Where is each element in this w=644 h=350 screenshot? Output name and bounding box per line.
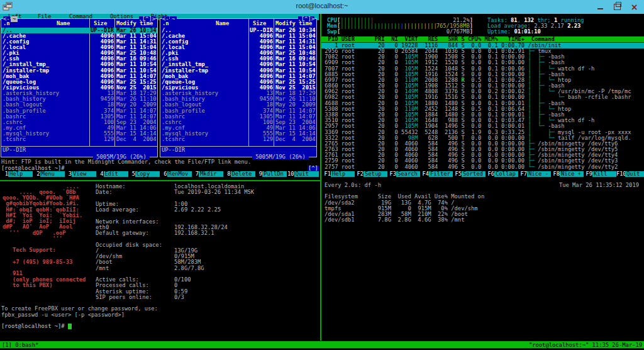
watch-timestamp: Tue Mar 26 11:35:12 2019 [559, 183, 639, 188]
panel-path[interactable]: ~ [11, 16, 18, 22]
pid-user: 2757 root 20 0 [321, 164, 398, 170]
fkey-quit[interactable]: 10Quit [287, 171, 319, 178]
fkey-sorted[interactable]: F5Sorted [453, 171, 486, 178]
summary-text: 2.23 [567, 23, 580, 29]
fkey-number: F2 [355, 171, 364, 178]
info-label: Date: [96, 189, 112, 195]
tmux-window-item[interactable]: [1] 0:bash* [2, 342, 38, 348]
watch-command-label: Every 2.0s: df -h [325, 183, 381, 188]
file-name: .mysql_history [3, 131, 89, 137]
fkey-mkdir[interactable]: 7Mkdir [192, 171, 224, 178]
column-header-name[interactable]: Name [57, 21, 70, 26]
fkey-number: 4 [97, 171, 104, 178]
close-button[interactable]: × [626, 0, 643, 14]
freepbx-footer-line2: fpbx_passwd -u <user> [-p <password>] [1, 312, 125, 318]
fkey-help[interactable]: 1Help [1, 171, 33, 178]
column-header-name[interactable]: Name [216, 21, 229, 26]
mc-left-panel[interactable]: <-~.[^]>.nNameSizeModify time/..UP--DIRM… [1, 18, 158, 157]
process-row[interactable]: 2757 root 20 0 4060 584 496 S 0.0 0.0 0:… [321, 164, 644, 170]
fkey-quit[interactable]: F10Quit [616, 171, 644, 178]
tmux-status-right: "root@localhost:~" 11:35 26-Mar-19 [529, 342, 642, 348]
fkey-view[interactable]: 3View [65, 171, 97, 178]
fkey-label: RenMov [167, 171, 192, 178]
fkey-nice[interactable]: F7Nice - [518, 171, 551, 178]
fkey-renmov[interactable]: 6RenMov [160, 171, 192, 178]
file-row[interactable]: .tcshrc129Dec 4 2004 [160, 137, 316, 142]
maximize-button[interactable] [609, 0, 626, 14]
column-header-mtime[interactable]: Modify time [116, 21, 153, 26]
meter-value: 0/767MB [447, 29, 470, 35]
panel-path[interactable]: ~ [170, 16, 177, 22]
fkey-label: Nice - [527, 171, 551, 178]
tree-branch: └─ [528, 164, 538, 170]
file-name: .bash_profile [162, 108, 248, 114]
fkey-edit[interactable]: 4Edit [97, 171, 129, 178]
file-name: .cshrc [3, 120, 89, 125]
file-name: /queue-log [162, 79, 248, 85]
file-name: /installer-tmp [3, 68, 89, 74]
uptime-line: Uptime: 01:01:10 [487, 29, 541, 35]
file-name: /moh_bak [3, 74, 89, 79]
meter-swp: Swp[0/767MB] [327, 29, 473, 35]
titlebar[interactable]: root@localhost:~ × [0, 0, 644, 14]
file-name: .tcshrc [162, 137, 248, 142]
panel-free-space: 5005M/19G (26%) [252, 154, 309, 160]
tmux-horizontal-divider[interactable] [0, 180, 320, 181]
putty-window: root@localhost:~ × LeftFileCommandOption… [0, 0, 644, 350]
file-name: .bash_history [162, 96, 248, 102]
column-header-size[interactable]: Size [253, 21, 266, 26]
fkey-delete[interactable]: 8Delete [224, 171, 256, 178]
file-name: /.ssh [162, 56, 248, 62]
file-name: /.. [3, 28, 89, 33]
minimize-button[interactable] [592, 0, 609, 14]
fkey-label: Quit [294, 171, 319, 178]
df-output: Filesystem Size Used Avail Use% Mounted … [325, 194, 484, 223]
shell-prompt-text: [root@localhost ~]# [1, 323, 65, 329]
fkey-number: F1 [322, 171, 331, 178]
fkey-number: 8 [224, 171, 231, 178]
fkey-nice[interactable]: F8Nice + [551, 171, 584, 178]
file-name: /sipvicious [3, 85, 89, 91]
fkey-label: Edit [104, 171, 128, 178]
fkey-label: Help [8, 171, 33, 178]
fkey-number: F3 [387, 171, 396, 178]
fkey-menu[interactable]: 2Menu [33, 171, 65, 178]
window-title: root@localhost:~ [0, 2, 644, 9]
mc-right-panel[interactable]: <-~.[^]>.nNameSizeModify time/..UP--DIRM… [160, 18, 317, 157]
fkey-collap[interactable]: F6Collap [486, 171, 518, 178]
fkey-label: Help [331, 171, 355, 178]
column-header-sort[interactable]: .n [3, 21, 10, 26]
fkey-setup[interactable]: F2Setup [355, 171, 387, 178]
fkey-number: F4 [420, 171, 429, 178]
file-name: .cshrc [162, 120, 248, 125]
column-header-mtime[interactable]: Modify time [275, 21, 312, 26]
info-label: Occupied disk space: [96, 242, 162, 248]
fkey-search[interactable]: F3Search [387, 171, 420, 178]
res-shr: 584 496 [418, 164, 462, 170]
fkey-pulldn[interactable]: 9PullDn [255, 171, 287, 178]
column-header-size[interactable]: Size [94, 21, 107, 26]
fkey-help[interactable]: F1Help [322, 171, 355, 178]
fkey-kill[interactable]: F9Kill [584, 171, 616, 178]
info-value: 2.69 2.22 2.25 [174, 207, 221, 213]
info-label: Default gateway: [96, 230, 149, 236]
file-mtime: Dec 4 2004 [116, 137, 157, 142]
file-name: /.pki [3, 50, 89, 56]
file-size: 129 [89, 137, 114, 142]
fkey-number: F10 [616, 171, 625, 178]
fkey-label: Sorted [462, 171, 486, 178]
file-name: /.. [162, 28, 248, 33]
freepbx-logo: .... .... qooo. `OBb qooo. YQOb. `#VOob … [3, 184, 86, 289]
shell-prompt[interactable]: [root@localhost ~]# [1, 324, 72, 329]
file-name: .bash_logout [162, 102, 248, 108]
fkey-label: View [72, 171, 96, 178]
cursor-block [68, 324, 72, 329]
info-label: SIP peers online: [96, 295, 152, 300]
file-name: /.cache [3, 33, 89, 39]
column-header-sort[interactable]: .n [162, 21, 169, 26]
file-row[interactable]: .tcshrc129Dec 4 2004 [1, 137, 157, 142]
meter-bars: |||||||||||||||||||||||||||||| [340, 23, 436, 29]
fkey-copy[interactable]: 5Copy [128, 171, 160, 178]
file-name: /.local [162, 45, 248, 50]
fkey-filter[interactable]: F4Filter [420, 171, 453, 178]
